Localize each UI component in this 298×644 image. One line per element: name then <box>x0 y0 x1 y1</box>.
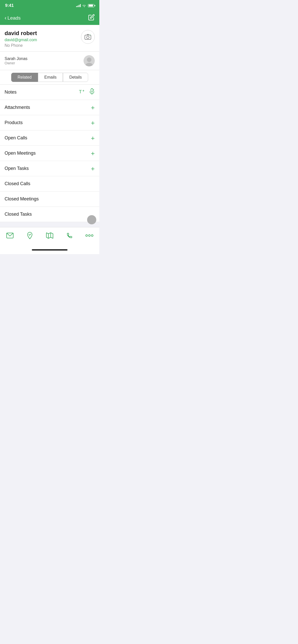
add-photo-button[interactable]: + <box>81 30 95 44</box>
contact-phone: No Phone <box>5 43 78 48</box>
bottom-tab-map[interactable] <box>40 232 60 239</box>
svg-text:+: + <box>89 34 91 36</box>
tab-bar: Related Emails Details <box>0 70 99 85</box>
map-icon <box>46 232 53 239</box>
svg-point-15 <box>91 235 93 236</box>
svg-point-1 <box>87 36 89 39</box>
svg-text:T: T <box>79 89 82 94</box>
back-label: Leads <box>7 15 21 21</box>
location-check-icon <box>27 232 33 239</box>
owner-avatar <box>84 55 95 66</box>
open-meetings-row: Open Meetings + <box>0 146 99 161</box>
home-bar <box>32 249 67 251</box>
contact-header: david robert david@gmail.com No Phone + <box>0 25 99 52</box>
svg-text:+: + <box>83 89 84 93</box>
wifi-icon <box>82 4 86 7</box>
contact-email[interactable]: david@gmail.com <box>5 38 78 42</box>
closed-calls-row: Closed Calls <box>0 176 99 192</box>
mic-plus-icon: + <box>89 88 95 95</box>
owner-name: Sarah Jonas <box>5 56 28 61</box>
svg-point-4 <box>85 63 93 66</box>
back-chevron-icon: ‹ <box>5 15 6 21</box>
status-icons <box>76 4 94 7</box>
svg-point-3 <box>87 57 91 62</box>
attachments-row: Attachments + <box>0 100 99 115</box>
open-tasks-actions: + <box>91 165 95 172</box>
bottom-tab-bar <box>0 227 99 245</box>
scroll-indicator <box>87 215 96 224</box>
owner-role: Owner <box>5 61 28 65</box>
tab-details[interactable]: Details <box>63 73 88 82</box>
closed-meetings-label: Closed Meetings <box>5 196 39 202</box>
add-open-call-button[interactable]: + <box>91 135 95 141</box>
products-label: Products <box>5 120 23 125</box>
open-meetings-label: Open Meetings <box>5 151 36 156</box>
open-tasks-row: Open Tasks + <box>0 161 99 176</box>
notes-row: Notes T + + <box>0 85 99 100</box>
nav-bar: ‹ Leads <box>0 11 99 25</box>
attachments-actions: + <box>91 104 95 111</box>
svg-point-13 <box>86 235 88 236</box>
bottom-tab-more[interactable] <box>79 234 99 237</box>
tab-related-label: Related <box>18 75 32 79</box>
closed-calls-label: Closed Calls <box>5 181 30 186</box>
avatar-icon <box>84 55 95 66</box>
bottom-tab-checkin[interactable] <box>20 232 40 239</box>
closed-tasks-row: Closed Tasks <box>0 207 99 222</box>
open-calls-row: Open Calls + <box>0 130 99 146</box>
mail-icon <box>6 233 13 238</box>
add-open-task-button[interactable]: + <box>91 165 95 172</box>
add-voice-note-button[interactable]: + <box>89 88 95 96</box>
more-icon <box>85 234 93 237</box>
text-plus-icon: T + <box>78 88 85 95</box>
products-actions: + <box>91 120 95 126</box>
notes-actions: T + + <box>78 88 95 96</box>
contact-info: david robert david@gmail.com No Phone <box>5 30 78 48</box>
edit-icon <box>88 14 95 21</box>
tab-emails[interactable]: Emails <box>38 73 63 82</box>
status-bar: 9:41 <box>0 0 99 11</box>
tab-related[interactable]: Related <box>11 73 38 82</box>
tab-details-label: Details <box>69 75 82 79</box>
camera-icon: + <box>85 34 91 40</box>
add-text-note-button[interactable]: T + <box>78 88 85 96</box>
battery-icon <box>88 4 94 7</box>
home-indicator <box>0 245 99 254</box>
notes-label: Notes <box>5 90 17 95</box>
phone-icon <box>66 232 73 239</box>
add-product-button[interactable]: + <box>91 120 95 126</box>
related-content: Notes T + + Attachments + <box>0 85 99 227</box>
owner-info: Sarah Jonas Owner <box>5 56 28 65</box>
status-time: 9:41 <box>5 3 14 8</box>
add-open-meeting-button[interactable]: + <box>91 150 95 157</box>
bottom-tab-mail[interactable] <box>0 233 20 238</box>
products-row: Products + <box>0 115 99 130</box>
attachments-label: Attachments <box>5 105 30 110</box>
tab-emails-label: Emails <box>44 75 57 79</box>
svg-text:+: + <box>93 89 94 91</box>
contact-name: david robert <box>5 30 78 37</box>
closed-tasks-label: Closed Tasks <box>5 212 32 217</box>
signal-icon <box>76 4 81 7</box>
owner-row: Sarah Jonas Owner <box>0 52 99 70</box>
add-attachment-button[interactable]: + <box>91 104 95 111</box>
svg-rect-7 <box>91 89 93 92</box>
open-calls-label: Open Calls <box>5 135 27 141</box>
closed-meetings-row: Closed Meetings <box>0 192 99 207</box>
open-meetings-actions: + <box>91 150 95 157</box>
back-button[interactable]: ‹ Leads <box>5 15 21 21</box>
bottom-tab-phone[interactable] <box>60 232 79 239</box>
edit-button[interactable] <box>88 14 95 22</box>
open-calls-actions: + <box>91 135 95 141</box>
open-tasks-label: Open Tasks <box>5 166 29 171</box>
svg-point-14 <box>89 235 90 236</box>
